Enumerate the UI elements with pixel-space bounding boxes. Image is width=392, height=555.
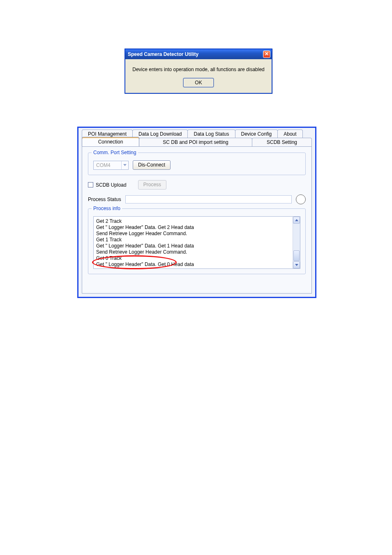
disconnect-button[interactable]: Dis-Connect xyxy=(133,160,171,170)
message-dialog-body: Device enters into operation mode, all f… xyxy=(125,59,272,93)
main-window: POI ManagementData Log DownloadData Log … xyxy=(77,127,316,298)
scroll-down-icon[interactable] xyxy=(293,261,300,268)
close-icon[interactable]: ✕ xyxy=(263,51,270,58)
message-dialog: Speed Camera Detector Utility ✕ Device e… xyxy=(125,49,272,94)
tab-scdb-setting[interactable]: SCDB Setting xyxy=(252,138,312,146)
process-info-textarea[interactable]: Get 2 Track Get " Logger Header" Data. G… xyxy=(93,216,300,269)
tab-sc-db-and-poi-import-setting[interactable]: SC DB and POI import setting xyxy=(139,138,252,146)
scdb-upload-label: SCDB Upload xyxy=(96,182,127,188)
tab-connection[interactable]: Connection xyxy=(82,137,139,146)
process-info-text: Get 2 Track Get " Logger Header" Data. G… xyxy=(94,217,293,268)
message-dialog-titlebar[interactable]: Speed Camera Detector Utility ✕ xyxy=(125,49,272,59)
scroll-up-icon[interactable] xyxy=(293,217,300,224)
tab-about[interactable]: About xyxy=(277,130,302,138)
tab-device-config[interactable]: Device Config xyxy=(235,130,278,138)
com-port-select[interactable]: COM4 xyxy=(93,161,129,170)
message-dialog-text: Device enters into operation mode, all f… xyxy=(131,67,266,72)
scrollbar[interactable] xyxy=(293,217,300,268)
message-dialog-title: Speed Camera Detector Utility xyxy=(128,51,198,57)
scroll-track[interactable] xyxy=(293,224,300,261)
status-indicator xyxy=(296,194,306,204)
comm-port-legend: Comm. Port Setting xyxy=(92,150,138,155)
tab-data-log-status[interactable]: Data Log Status xyxy=(187,130,235,138)
process-status-bar xyxy=(125,195,292,204)
scdb-upload-checkbox[interactable] xyxy=(88,182,93,187)
scroll-thumb[interactable] xyxy=(293,250,300,261)
tab-data-log-download[interactable]: Data Log Download xyxy=(132,130,188,138)
comm-port-group: Comm. Port Setting COM4 Dis-Connect xyxy=(88,153,306,175)
tab-strip: POI ManagementData Log DownloadData Log … xyxy=(82,130,312,147)
chevron-down-icon[interactable] xyxy=(121,161,128,169)
tab-panel-connection: Comm. Port Setting COM4 Dis-Connect SCDB… xyxy=(82,146,312,294)
ok-button[interactable]: OK xyxy=(183,78,214,87)
com-port-value: COM4 xyxy=(94,162,121,168)
process-button[interactable]: Process xyxy=(138,180,166,190)
process-info-group: Process info Get 2 Track Get " Logger He… xyxy=(88,208,306,274)
process-info-legend: Process info xyxy=(92,206,122,211)
process-status-label: Process Status xyxy=(88,197,121,202)
